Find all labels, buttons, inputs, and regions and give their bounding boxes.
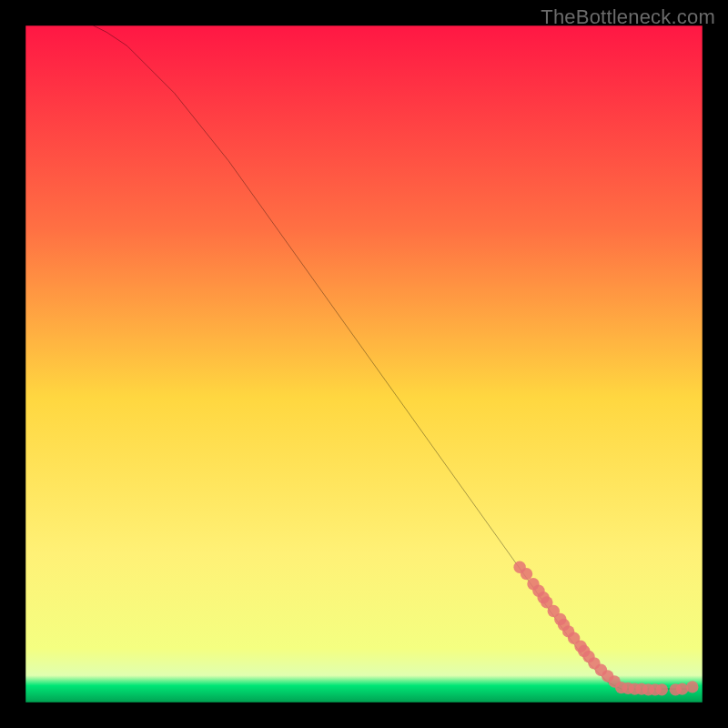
gradient-background [25, 25, 703, 703]
chart-svg [25, 25, 703, 703]
data-point [656, 683, 668, 695]
data-point [686, 681, 698, 693]
chart-frame: TheBottleneck.com [0, 0, 728, 728]
data-point [521, 568, 532, 580]
data-point [676, 682, 688, 694]
watermark-text: TheBottleneck.com [541, 5, 715, 29]
